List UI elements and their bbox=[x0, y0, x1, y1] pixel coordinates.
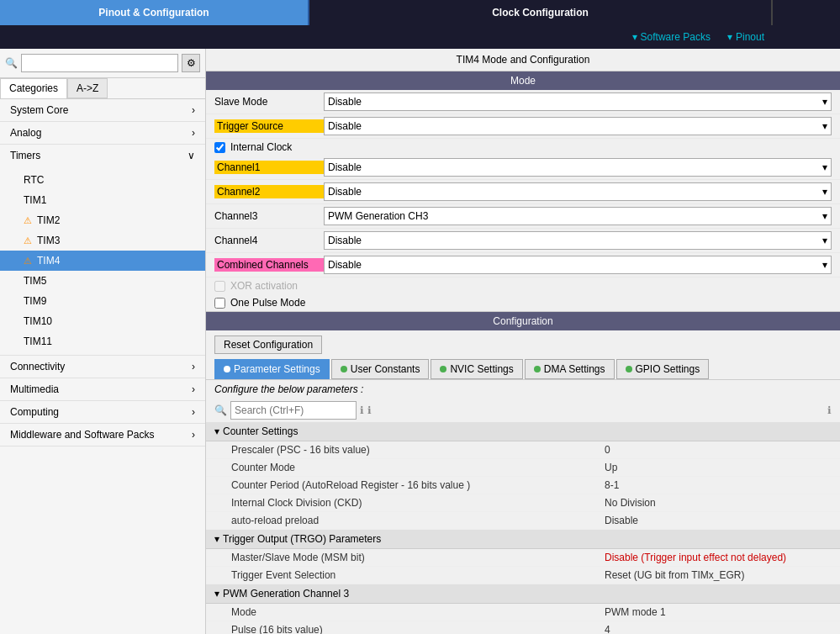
pinout-config-label: Pinout & Configuration bbox=[98, 7, 209, 18]
sidebar-group-connectivity: Connectivity › bbox=[0, 356, 205, 378]
sub-header-right: ▾ Software Packs ▾ Pinout bbox=[306, 25, 773, 49]
sidebar-item-system-core[interactable]: System Core › bbox=[0, 99, 205, 121]
sidebar-group-system-core: System Core › bbox=[0, 99, 205, 122]
internal-clock-row: Internal Clock bbox=[206, 139, 840, 156]
pinout-config-header[interactable]: Pinout & Configuration bbox=[0, 0, 309, 25]
sidebar-group-computing: Computing › bbox=[0, 401, 205, 424]
sidebar-item-computing[interactable]: Computing › bbox=[0, 401, 205, 423]
xor-activation-checkbox bbox=[214, 281, 225, 292]
channel2-select[interactable]: Disable▾ bbox=[324, 182, 832, 201]
params-group-trigger[interactable]: ▾ Trigger Output (TRGO) Parameters bbox=[206, 530, 840, 549]
channel3-label: Channel3 bbox=[214, 210, 324, 222]
params-row-autoreload: auto-reload preload Disable bbox=[206, 512, 840, 530]
internal-clock-checkbox[interactable] bbox=[214, 142, 225, 153]
warning-icon-tim2: ⚠ bbox=[24, 215, 32, 226]
sidebar-item-connectivity[interactable]: Connectivity › bbox=[0, 356, 205, 378]
tim5-label: TIM5 bbox=[24, 275, 46, 287]
slave-mode-select[interactable]: Disable▾ bbox=[324, 92, 832, 111]
one-pulse-label: One Pulse Mode bbox=[230, 297, 305, 309]
tab-parameter-settings[interactable]: Parameter Settings bbox=[214, 359, 330, 379]
tab-gpio-settings[interactable]: GPIO Settings bbox=[616, 359, 710, 379]
sidebar-content: System Core › Analog › Timers ∨ bbox=[0, 99, 205, 634]
params-table: ▾ Counter Settings Prescaler (PSC - 16 b… bbox=[206, 422, 840, 634]
sidebar-search-bar: 🔍 ⚙ bbox=[0, 49, 205, 78]
tab-categories[interactable]: Categories bbox=[0, 78, 67, 98]
search-params-icon: 🔍 bbox=[214, 404, 227, 416]
params-row-counter-mode: Counter Mode Up bbox=[206, 459, 840, 477]
content-title: TIM4 Mode and Configuration bbox=[206, 49, 840, 71]
clock-config-header[interactable]: Clock Configuration bbox=[309, 0, 773, 25]
sidebar-item-tim5[interactable]: TIM5 bbox=[0, 271, 205, 291]
params-row-pulse: Pulse (16 bits value) 4 bbox=[206, 621, 840, 634]
arrow-down-icon: ∨ bbox=[188, 150, 195, 161]
slave-mode-label: Slave Mode bbox=[214, 96, 324, 108]
sidebar-group-middleware: Middleware and Software Packs › bbox=[0, 424, 205, 446]
arrow-right-icon: › bbox=[192, 127, 195, 139]
chevron-down-icon-2: ▾ bbox=[727, 31, 732, 43]
chevron-down-icon: ▾ bbox=[632, 31, 637, 43]
sidebar-item-rtc[interactable]: RTC bbox=[0, 170, 205, 190]
sidebar-item-tim10[interactable]: TIM10 bbox=[0, 311, 205, 331]
search-icon: 🔍 bbox=[5, 57, 18, 69]
mode-section: Mode Slave Mode Disable▾ Trigger Source … bbox=[206, 71, 840, 312]
sidebar-item-tim11[interactable]: TIM11 bbox=[0, 331, 205, 351]
clock-config-label: Clock Configuration bbox=[492, 7, 589, 18]
chevron-down-icon: ▾ bbox=[214, 425, 219, 437]
arrow-right-icon: › bbox=[192, 383, 195, 395]
channel1-row: Channel1 Disable▾ bbox=[206, 156, 840, 180]
sidebar-item-tim1[interactable]: TIM1 bbox=[0, 190, 205, 210]
params-group-pwm[interactable]: ▾ PWM Generation Channel 3 bbox=[206, 584, 840, 604]
sidebar-group-analog: Analog › bbox=[0, 122, 205, 145]
one-pulse-checkbox[interactable] bbox=[214, 298, 225, 309]
trigger-source-label: Trigger Source bbox=[214, 119, 324, 133]
chevron-down-icon: ▾ bbox=[214, 533, 219, 545]
tab-user-constants[interactable]: User Constants bbox=[331, 359, 430, 379]
tab-az[interactable]: A->Z bbox=[67, 78, 108, 98]
tab-nvic-settings[interactable]: NVIC Settings bbox=[431, 359, 522, 379]
settings-gear-btn[interactable]: ⚙ bbox=[182, 54, 200, 72]
software-packs-btn[interactable]: ▾ Software Packs bbox=[632, 31, 711, 43]
tim3-label: TIM3 bbox=[37, 235, 60, 246]
sidebar-item-tim4[interactable]: ⚠ TIM4 bbox=[0, 251, 205, 271]
combined-channels-row: Combined Channels Disable▾ bbox=[206, 253, 840, 277]
tim11-label: TIM11 bbox=[24, 335, 52, 347]
trigger-source-row: Trigger Source Disable▾ bbox=[206, 114, 840, 139]
sidebar-item-tim3[interactable]: ⚠ TIM3 bbox=[0, 230, 205, 251]
tim4-label: TIM4 bbox=[37, 255, 60, 267]
internal-clock-label: Internal Clock bbox=[230, 141, 292, 153]
sidebar-item-timers[interactable]: Timers ∨ bbox=[0, 145, 205, 166]
channel3-row: Channel3 PWM Generation CH3▾ bbox=[206, 204, 840, 229]
params-row-clock-division: Internal Clock Division (CKD) No Divisio… bbox=[206, 494, 840, 512]
sidebar-item-tim9[interactable]: TIM9 bbox=[0, 291, 205, 311]
sidebar-search-input[interactable] bbox=[21, 54, 178, 72]
sidebar-group-timers: Timers ∨ RTC TIM1 ⚠ TIM2 ⚠ bbox=[0, 145, 205, 356]
sidebar-item-tim2[interactable]: ⚠ TIM2 bbox=[0, 210, 205, 230]
sidebar-group-multimedia: Multimedia › bbox=[0, 378, 205, 401]
params-row-prescaler: Prescaler (PSC - 16 bits value) 0 bbox=[206, 441, 840, 459]
params-group-counter[interactable]: ▾ Counter Settings bbox=[206, 422, 840, 441]
trigger-source-select[interactable]: Disable▾ bbox=[324, 117, 832, 135]
channel4-select[interactable]: Disable▾ bbox=[324, 231, 832, 250]
channel1-select[interactable]: Disable▾ bbox=[324, 158, 832, 177]
channel4-row: Channel4 Disable▾ bbox=[206, 229, 840, 253]
sidebar-item-analog[interactable]: Analog › bbox=[0, 122, 205, 144]
tab-dot-gpio bbox=[626, 366, 632, 372]
tim9-label: TIM9 bbox=[24, 295, 46, 307]
tab-dot-parameter bbox=[224, 366, 230, 372]
tab-dma-settings[interactable]: DMA Settings bbox=[525, 359, 615, 379]
reset-config-button[interactable]: Reset Configuration bbox=[214, 335, 322, 354]
params-row-msm: Master/Slave Mode (MSM bit) Disable (Tri… bbox=[206, 549, 840, 567]
channel3-select[interactable]: PWM Generation CH3▾ bbox=[324, 207, 832, 225]
chevron-down-icon: ▾ bbox=[214, 588, 219, 600]
tab-dot-user bbox=[341, 366, 347, 372]
warning-icon-tim3: ⚠ bbox=[24, 235, 32, 246]
arrow-right-icon: › bbox=[192, 406, 195, 418]
combined-channels-select[interactable]: Disable▾ bbox=[324, 256, 832, 274]
sidebar-item-multimedia[interactable]: Multimedia › bbox=[0, 378, 205, 400]
search-params-input[interactable] bbox=[230, 401, 357, 420]
tim2-label: TIM2 bbox=[37, 214, 60, 226]
main-content: TIM4 Mode and Configuration Mode Slave M… bbox=[206, 49, 840, 634]
tab-dot-dma bbox=[534, 366, 541, 372]
sidebar-item-middleware[interactable]: Middleware and Software Packs › bbox=[0, 424, 205, 446]
pinout-btn[interactable]: ▾ Pinout bbox=[727, 31, 764, 43]
